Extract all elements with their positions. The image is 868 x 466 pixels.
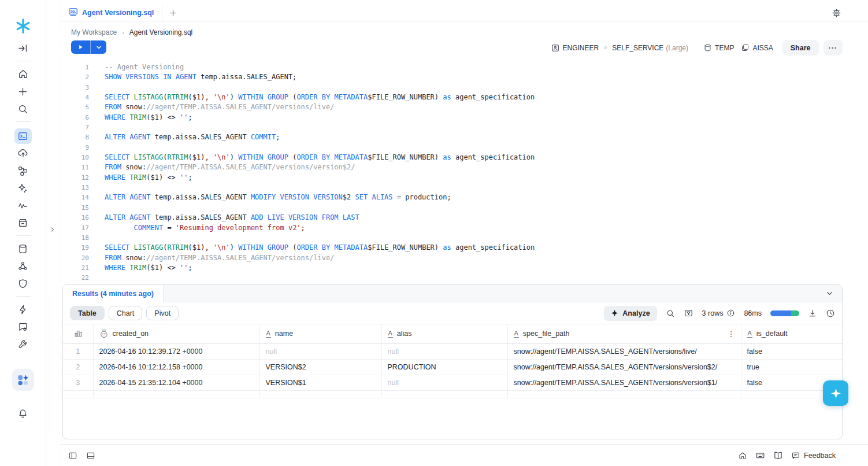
sidebar-item-assistant-chat[interactable] [14, 320, 32, 333]
view-pivot-button[interactable]: Pivot [146, 306, 179, 320]
view-chart-button[interactable]: Chart [109, 306, 143, 320]
collapse-results-button[interactable] [825, 289, 834, 298]
sidebar-item-monitoring[interactable] [14, 199, 32, 212]
code-line[interactable]: 11FROM snow://agent/TEMP.AISSA.SALES_AGE… [61, 162, 867, 172]
code-line[interactable]: 19SELECT LISTAGG(RTRIM($1), '\n') WITHIN… [61, 243, 867, 253]
keyboard-shortcuts-button[interactable] [755, 450, 765, 460]
sidebar-item-governance[interactable] [14, 260, 32, 272]
cell-is_default[interactable]: true [741, 359, 842, 375]
code-line[interactable]: 5FROM snow://agent/TEMP.AISSA.SALES_AGEN… [61, 102, 867, 112]
results-table[interactable]: LTcreated_onAnameAaliasAspec_file_path⋮A… [63, 324, 842, 398]
view-table-button[interactable]: Table [70, 306, 105, 320]
code-line[interactable]: 10SELECT LISTAGG(RTRIM($1), '\n') WITHIN… [61, 153, 867, 162]
sidebar-item-notifications[interactable] [14, 407, 32, 420]
download-results-button[interactable] [808, 309, 817, 318]
tab-agent-versioning[interactable]: SQL Agent Versioning.sql [61, 5, 162, 21]
code-line[interactable]: 17 COMMENT = 'Resuming development from … [61, 223, 867, 233]
code-line[interactable]: 4SELECT LISTAGG(RTRIM($1), '\n') WITHIN … [61, 93, 867, 102]
copilot-button[interactable] [823, 380, 848, 406]
results-tab[interactable]: Results (4 minutes ago) [63, 285, 164, 302]
cell-spec_file_path[interactable]: snow://agent/TEMP.AISSA.SALES_AGENT/vers… [507, 343, 741, 359]
settings-gear-button[interactable] [832, 8, 841, 18]
column-header-created_on[interactable]: LTcreated_on [93, 324, 259, 343]
new-tab-button[interactable] [162, 5, 183, 21]
cell-name[interactable]: VERSION$1 [259, 375, 381, 390]
database-selector[interactable]: TEMP [715, 44, 734, 52]
cell-name[interactable]: null [259, 343, 381, 359]
code-line[interactable]: 9 [61, 143, 867, 153]
column-header-name[interactable]: Aname [259, 324, 381, 343]
code-line[interactable]: 3 [61, 83, 867, 93]
code-line[interactable]: 6WHERE TRIM($1) <> ''; [61, 113, 867, 123]
home-shortcut-button[interactable] [738, 451, 747, 460]
breadcrumb-workspace[interactable]: My Workspace [71, 28, 117, 36]
toggle-bottom-panel-button[interactable] [86, 451, 95, 460]
cell-name[interactable]: VERSION$2 [259, 359, 381, 375]
role-selector[interactable]: ENGINEER [563, 44, 599, 52]
sidebar-item-worksheets[interactable] [14, 128, 32, 144]
cell-alias[interactable]: null [381, 343, 507, 359]
code-line[interactable]: 21WHERE TRIM($1) <> ''; [61, 263, 867, 273]
code-line[interactable]: 8ALTER AGENT temp.aissa.SALES_AGENT COMM… [61, 132, 867, 142]
sidebar-item-marketplace[interactable] [14, 216, 32, 229]
code-line[interactable]: 12WHERE TRIM($1) <> ''; [61, 173, 867, 183]
cell-created_on[interactable]: 2026-04-16 10:12:39.172 +0000 [93, 343, 259, 359]
run-button[interactable] [71, 40, 90, 54]
panel-expand-handle[interactable] [49, 225, 56, 236]
schema-selector[interactable]: AISSA [752, 44, 773, 52]
code-line[interactable]: 13 [61, 183, 867, 193]
sidebar-item-home[interactable] [14, 68, 32, 80]
analyze-button[interactable]: Analyze [604, 306, 656, 321]
feedback-button[interactable]: Feedback [791, 451, 836, 460]
sidebar-item-snowflake-logo[interactable] [14, 16, 32, 36]
sidebar-item-create-new[interactable] [14, 85, 32, 98]
cell-created_on[interactable]: 2026-04-15 21:35:12.104 +0000 [93, 375, 259, 390]
sidebar-item-security[interactable] [14, 277, 32, 290]
code-line[interactable]: 2SHOW VERSIONS IN AGENT temp.aissa.SALES… [61, 72, 867, 82]
column-menu-icon[interactable]: ⋮ [728, 330, 735, 338]
share-button[interactable]: Share [782, 40, 819, 56]
code-line[interactable]: 14ALTER AGENT temp.aissa.SALES_AGENT MOD… [61, 193, 867, 202]
search-results-button[interactable] [666, 309, 675, 318]
sidebar-item-data-loading[interactable] [14, 147, 32, 160]
code-line[interactable]: 18 [61, 233, 867, 243]
documentation-button[interactable] [773, 450, 783, 460]
code-line[interactable]: 1-- Agent Versioning [61, 62, 867, 72]
sidebar-item-apps-launcher[interactable] [12, 369, 34, 391]
table-row[interactable]: 32026-04-15 21:35:12.104 +0000VERSION$1n… [63, 375, 842, 390]
cell-alias[interactable]: null [381, 375, 507, 390]
row-count: 3 rows [702, 309, 736, 317]
row-number-header[interactable] [63, 324, 93, 343]
code-line[interactable]: 20FROM snow://agent/TEMP.AISSA.SALES_AGE… [61, 253, 867, 263]
sidebar-item-collapse-sidebar[interactable] [14, 42, 32, 54]
sidebar-item-pipelines[interactable] [14, 164, 32, 177]
run-options-button[interactable] [90, 40, 106, 54]
code-editor[interactable]: 1-- Agent Versioning2SHOW VERSIONS IN AG… [61, 62, 867, 284]
cell-spec_file_path[interactable]: snow://agent/TEMP.AISSA.SALES_AGENT/vers… [507, 359, 741, 375]
column-header-is_default[interactable]: Ais_default [741, 324, 842, 343]
column-header-spec_file_path[interactable]: Aspec_file_path⋮ [507, 324, 741, 343]
cell-is_default[interactable]: false [741, 343, 842, 359]
code-line[interactable]: 7 [61, 123, 867, 132]
column-header-alias[interactable]: Aalias [381, 324, 507, 343]
query-history-button[interactable] [826, 309, 835, 318]
warehouse-selector[interactable]: SELF_SERVICE [612, 44, 663, 52]
sidebar-item-data[interactable] [14, 242, 32, 255]
code-line[interactable]: 22 [61, 273, 867, 283]
cell-created_on[interactable]: 2026-04-16 10:12:12.158 +0000 [93, 359, 259, 375]
table-row[interactable]: 22026-04-16 10:12:12.158 +0000VERSION$2P… [63, 359, 842, 375]
filter-columns-button[interactable] [684, 308, 693, 318]
code-text: FROM snow://agent/TEMP.AISSA.SALES_AGENT… [105, 102, 334, 112]
sidebar-item-admin-tools[interactable] [14, 338, 32, 350]
more-options-button[interactable]: ··· [824, 40, 843, 56]
code-line[interactable]: 16ALTER AGENT temp.aissa.SALES_AGENT ADD… [61, 213, 867, 223]
code-line[interactable]: 15 [61, 203, 867, 213]
sidebar-item-automations[interactable] [14, 303, 32, 316]
cell-alias[interactable]: PRODUCTION [381, 359, 507, 375]
sidebar-item-ai-ml[interactable] [14, 182, 32, 194]
table-row[interactable]: 12026-04-16 10:12:39.172 +0000nullnullsn… [63, 343, 842, 359]
toggle-left-panel-button[interactable] [68, 451, 77, 460]
cell-spec_file_path[interactable]: snow://agent/TEMP.AISSA.SALES_AGENT/vers… [507, 375, 741, 390]
search-icon [17, 103, 28, 114]
sidebar-item-search[interactable] [14, 102, 32, 115]
